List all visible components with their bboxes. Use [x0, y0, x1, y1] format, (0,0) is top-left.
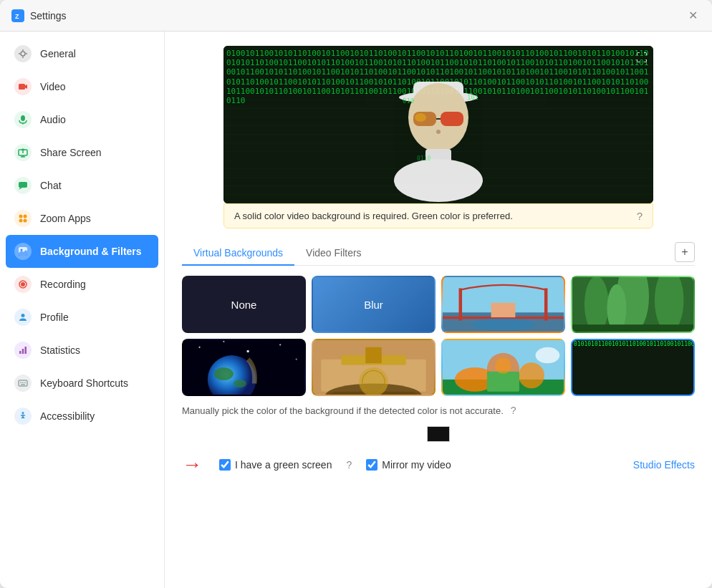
background-cartoon[interactable] [441, 339, 565, 396]
svg-rect-45 [544, 288, 548, 320]
backgrounds-grid: None Blur [182, 276, 695, 396]
recording-icon [14, 276, 32, 293]
sidebar-item-background-filters[interactable]: Background & Filters [6, 235, 158, 268]
background-none[interactable]: None [182, 276, 306, 333]
sidebar-item-general[interactable]: General [0, 37, 164, 70]
svg-point-38 [394, 159, 483, 202]
sidebar-item-accessibility[interactable]: Accessibility [0, 400, 164, 433]
background-filters-label: Background & Filters [40, 246, 142, 257]
svg-point-80 [495, 357, 511, 374]
green-screen-help-icon[interactable]: ? [346, 459, 352, 471]
svg-point-56 [198, 347, 200, 348]
studio-effects-link[interactable]: Studio Effects [633, 459, 695, 471]
preview-area: 0100101100101011010010110010101101001011… [223, 46, 653, 228]
bottom-row: → I have a green screen ? Mirror my vide… [182, 453, 695, 476]
green-screen-label: I have a green screen [235, 459, 332, 471]
keyboard-shortcuts-label: Keyboard Shortcuts [40, 377, 128, 389]
svg-rect-3 [19, 84, 25, 90]
zoom-apps-label: Zoom Apps [40, 213, 91, 224]
background-filters-icon [14, 243, 32, 260]
sidebar-item-keyboard-shortcuts[interactable]: Keyboard Shortcuts [0, 367, 164, 400]
accessibility-label: Accessibility [40, 410, 95, 422]
keyboard-shortcuts-icon [14, 375, 32, 392]
sidebar-item-profile[interactable]: Profile [0, 301, 164, 334]
close-button[interactable]: ✕ [685, 7, 701, 24]
color-swatch[interactable] [427, 426, 450, 442]
share-screen-label: Share Screen [40, 147, 102, 158]
background-none-label: None [183, 277, 304, 332]
accessibility-icon [14, 408, 32, 425]
svg-point-63 [234, 380, 246, 387]
tab-virtual-backgrounds[interactable]: Virtual Backgrounds [182, 241, 294, 266]
profile-label: Profile [40, 312, 69, 323]
svg-point-60 [296, 359, 297, 360]
tabs-left: Virtual Backgrounds Video Filters [182, 241, 373, 265]
svg-rect-44 [459, 288, 463, 320]
svg-point-59 [279, 344, 281, 345]
sidebar-item-audio[interactable]: Audio [0, 103, 164, 136]
background-gg-bridge[interactable] [441, 276, 565, 333]
warning-banner: A solid color video background is requir… [223, 203, 653, 228]
background-blur[interactable]: Blur [312, 276, 436, 333]
sidebar-item-video[interactable]: Video [0, 70, 164, 103]
svg-point-48 [471, 318, 535, 331]
share-screen-icon [14, 144, 32, 161]
matrix-overlay: 0100101100101011010010110010101101001011… [223, 46, 653, 203]
window-title: Settings [30, 10, 67, 21]
svg-text:010: 010 [403, 97, 414, 105]
main-content: General Video Audio Share [0, 32, 712, 588]
add-background-button[interactable]: + [675, 242, 695, 262]
svg-point-78 [536, 347, 560, 364]
chat-icon [14, 177, 32, 194]
video-label: Video [40, 81, 66, 92]
chat-label: Chat [40, 180, 62, 191]
svg-rect-33 [441, 112, 463, 126]
sidebar-item-recording[interactable]: Recording [0, 268, 164, 301]
mirror-video-checkbox[interactable] [366, 459, 377, 471]
svg-point-62 [214, 367, 234, 380]
arrow-indicator: → [182, 453, 202, 476]
general-label: General [40, 48, 76, 59]
warning-text: A solid color video background is requir… [234, 211, 513, 221]
svg-marker-4 [25, 85, 27, 89]
green-screen-checkbox[interactable] [219, 459, 231, 471]
svg-text:101: 101 [467, 94, 478, 101]
svg-point-18 [21, 282, 25, 286]
expand-icon[interactable]: ⛶ [636, 52, 648, 64]
svg-point-13 [19, 219, 23, 223]
person-silhouette: 010 101 0110 [360, 60, 517, 203]
color-picker-help-icon[interactable]: ? [511, 405, 516, 416]
svg-rect-24 [20, 382, 21, 384]
svg-rect-54 [572, 324, 693, 332]
statistics-icon [14, 342, 32, 359]
green-screen-checkbox-label[interactable]: I have a green screen [219, 459, 332, 471]
sidebar-item-chat[interactable]: Chat [0, 169, 164, 202]
warning-help-icon[interactable]: ? [637, 210, 643, 222]
svg-point-11 [19, 215, 23, 218]
background-space[interactable] [182, 339, 306, 396]
video-preview: 0100101100101011010010110010101101001011… [223, 46, 653, 203]
sidebar: General Video Audio Share [0, 32, 165, 588]
svg-rect-21 [22, 349, 24, 354]
svg-rect-26 [24, 382, 26, 384]
background-matrix[interactable]: 0101010110010101101001011010010110010101… [571, 339, 695, 396]
recording-label: Recording [40, 279, 86, 290]
mirror-video-checkbox-label[interactable]: Mirror my video [366, 459, 451, 471]
svg-text:Z: Z [15, 13, 19, 20]
background-office[interactable] [312, 339, 436, 396]
svg-rect-22 [25, 347, 27, 354]
tabs-row: Virtual Backgrounds Video Filters + [182, 241, 695, 266]
svg-point-14 [24, 219, 27, 223]
settings-window: Z Settings ✕ General Video [0, 0, 712, 588]
sidebar-item-share-screen[interactable]: Share Screen [0, 136, 164, 169]
svg-point-53 [607, 284, 626, 332]
statistics-label: Statistics [40, 344, 80, 356]
right-panel: 0100101100101011010010110010101101001011… [165, 32, 712, 588]
background-green[interactable] [571, 276, 695, 333]
tab-video-filters[interactable]: Video Filters [294, 241, 373, 266]
audio-icon [14, 111, 32, 128]
sidebar-item-statistics[interactable]: Statistics [0, 334, 164, 367]
sidebar-item-zoom-apps[interactable]: Zoom Apps [0, 202, 164, 235]
svg-point-57 [223, 341, 224, 342]
titlebar: Z Settings ✕ [0, 0, 712, 32]
